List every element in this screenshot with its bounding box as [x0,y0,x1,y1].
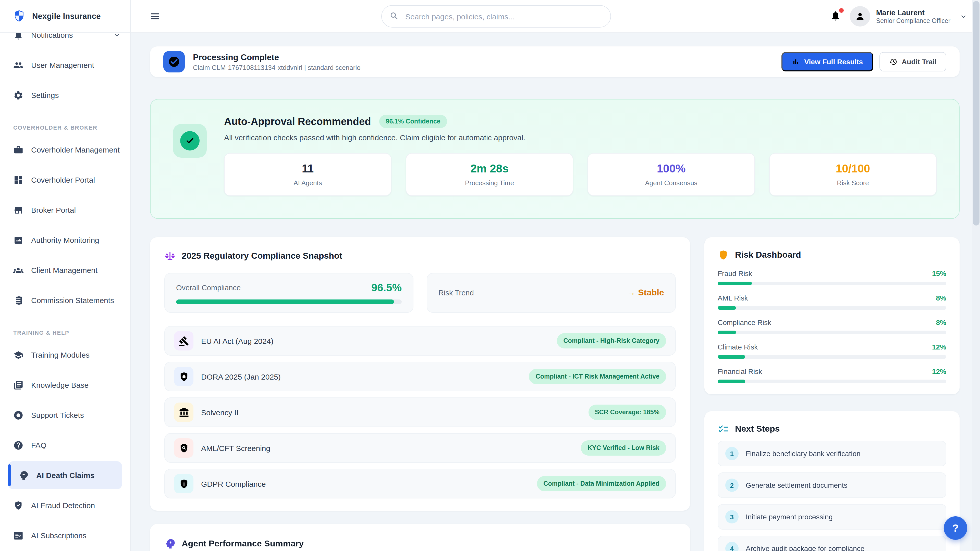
sidebar-item-coverholder-portal[interactable]: Coverholder Portal [0,165,130,195]
menu-icon[interactable] [150,11,161,21]
risk-dashboard-card: Risk Dashboard Fraud Risk 15% AML Risk 8… [704,237,959,394]
approval-message: All verification checks passed with high… [224,133,937,142]
sidebar-item-label: Coverholder Portal [31,176,121,184]
scales-icon [164,251,176,262]
psychology-icon [164,538,176,549]
scrollbar-thumb[interactable] [973,1,979,225]
search-input[interactable] [381,5,611,27]
risk-trend-label: Risk Trend [438,289,474,297]
next-step-4: 4 Archive audit package for compliance [718,536,946,551]
main-content: Processing Complete Claim CLM-1767108113… [130,33,980,551]
gavel-icon [174,331,193,351]
sidebar-item-label: Coverholder Management [31,145,121,154]
help-fab-button[interactable]: ? [944,516,967,540]
global-search [381,5,611,27]
sidebar-item-authority-monitoring[interactable]: Authority Monitoring [0,225,130,255]
sidebar-item-label: Support Tickets [31,411,121,419]
shield-lock-icon [174,367,193,386]
user-name: Marie Laurent [876,8,950,17]
bar-chart-icon [791,58,800,66]
risk-dashboard-title: Risk Dashboard [735,250,801,260]
app-root: Notifications User Management Settings C… [0,0,980,551]
notification-dot [839,8,844,13]
next-steps-card: Next Steps 1 Finalize beneficiary bank v… [704,411,959,551]
approval-stats: 11 AI Agents 2m 28s Processing Time 100%… [224,153,937,196]
overall-compliance-card: Overall Compliance 96.5% [164,273,414,313]
status-badge: SCR Coverage: 185% [588,405,666,420]
view-full-results-button[interactable]: View Full Results [781,52,873,71]
compliance-row-aml-cft: AML/CFT Screening KYC Verified - Low Ris… [164,433,676,463]
sidebar-item-client-management[interactable]: Client Management [0,255,130,285]
stat-value: 2m 28s [470,162,508,176]
sidebar-item-label: Authority Monitoring [31,236,121,245]
user-role: Senior Compliance Officer [876,17,950,24]
notifications-bell-button[interactable] [830,10,842,22]
checklist-icon [718,424,729,435]
sidebar-item-support-tickets[interactable]: Support Tickets [0,400,130,430]
status-badge: Compliant - ICT Risk Management Active [529,369,666,384]
users-icon [13,60,24,70]
psychology-icon [18,470,29,480]
audit-trail-button[interactable]: Audit Trail [879,52,946,71]
sidebar-item-label: FAQ [31,441,121,449]
page-scrollbar[interactable] [972,0,980,551]
status-badge: KYC Verified - Low Risk [581,440,666,456]
sidebar-item-label: Commission Statements [31,296,121,305]
compliance-list: EU AI Act (Aug 2024) Compliant - High-Ri… [164,326,676,499]
sidebar-item-label: AI Fraud Detection [31,501,121,510]
confidence-badge: 96.1% Confidence [379,115,447,128]
sidebar-item-label: Client Management [31,266,121,275]
receipt-icon [13,295,24,305]
banner-title: Processing Complete [193,52,361,62]
compliance-name: Solvency II [201,408,239,416]
compliance-name: AML/CFT Screening [201,444,270,452]
next-step-2: 2 Generate settlement documents [718,472,946,498]
compliance-row-solvency: Solvency II SCR Coverage: 185% [164,397,676,427]
sidebar-item-coverholder-management[interactable]: Coverholder Management [0,135,130,165]
sidebar-item-knowledge-base[interactable]: Knowledge Base [0,370,130,400]
history-icon [889,58,897,66]
sidebar-item-training-modules[interactable]: Training Modules [0,340,130,370]
compliance-snapshot-card: 2025 Regulatory Compliance Snapshot Over… [150,237,690,511]
stat-value: 10/100 [836,162,870,176]
fact-check-icon [13,530,24,540]
sidebar-item-label: Settings [31,91,121,100]
sidebar-item-label: Knowledge Base [31,381,121,389]
agent-performance-title: Agent Performance Summary [182,539,304,549]
next-step-3: 3 Initiate payment processing [718,504,946,530]
shield-check-icon [13,500,24,510]
sidebar-item-commission-statements[interactable]: Commission Statements [0,285,130,315]
sidebar-item-label: AI Subscriptions [31,531,121,540]
sidebar-item-user-management[interactable]: User Management [0,50,130,80]
agent-performance-card: Agent Performance Summary [150,524,690,551]
stat-risk-score: 10/100 Risk Score [769,153,937,196]
overall-compliance-bar [176,300,402,304]
shield-info-icon [174,474,193,493]
chevron-down-icon [959,12,968,21]
sidebar-item-ai-fraud-detection[interactable]: AI Fraud Detection [0,490,130,520]
sidebar-item-label: Training Modules [31,351,121,359]
user-menu[interactable]: Marie Laurent Senior Compliance Officer [850,6,968,27]
stat-value: 11 [302,162,314,176]
risk-row-aml: AML Risk 8% [718,294,946,310]
sidebar-item-broker-portal[interactable]: Broker Portal [0,195,130,225]
auto-approval-card: Auto-Approval Recommended 96.1% Confiden… [150,99,959,219]
next-steps-title: Next Steps [735,424,780,434]
compliance-name: GDPR Compliance [201,479,266,488]
sidebar-item-ai-death-claims[interactable]: AI Death Claims [8,461,122,489]
sidebar-item-label: User Management [31,61,121,69]
sidebar-item-faq[interactable]: FAQ [0,430,130,460]
help-circle-icon [13,440,24,450]
banner-subtitle: Claim CLM-1767108113134-xtddvnlrl | stan… [193,64,361,71]
sidebar-item-ai-subscriptions[interactable]: AI Subscriptions [0,520,130,551]
bank-icon [174,403,193,422]
approval-title: Auto-Approval Recommended [224,116,371,127]
sidebar-item-settings[interactable]: Settings [0,80,130,110]
storefront-icon [13,205,24,215]
compliance-row-eu-ai-act: EU AI Act (Aug 2024) Compliant - High-Ri… [164,326,676,356]
check-circle-icon [163,51,185,73]
briefcase-icon [13,144,24,155]
risk-row-fraud: Fraud Risk 15% [718,269,946,285]
compliance-name: DORA 2025 (Jan 2025) [201,372,281,381]
monitoring-icon [13,235,24,245]
